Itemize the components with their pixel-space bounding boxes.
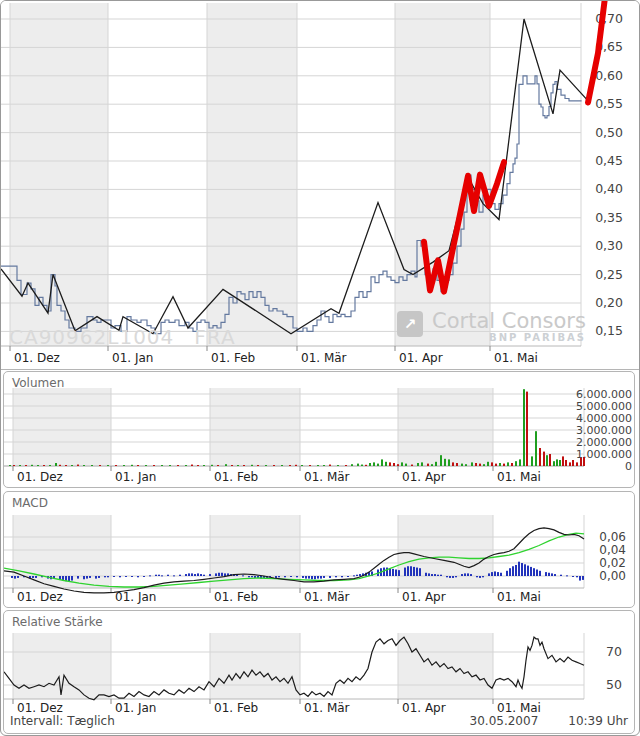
macd-histogram-bar bbox=[311, 576, 313, 579]
volume-bar bbox=[19, 465, 21, 466]
volume-bar bbox=[569, 462, 571, 466]
volume-bar bbox=[265, 465, 267, 466]
interval-label: Intervall: Tæglich bbox=[10, 714, 115, 728]
volume-bar bbox=[440, 455, 442, 466]
stock-chart-widget: 0,700,650,600,550,500,450,400,350,300,25… bbox=[0, 0, 640, 736]
x-axis-month-label: 01. Mär bbox=[301, 351, 347, 365]
y-axis-label: 0,35 bbox=[595, 210, 623, 225]
volume-bar bbox=[361, 465, 363, 466]
macd-histogram-bar bbox=[68, 576, 70, 581]
volume-bar bbox=[289, 465, 291, 466]
volume-bar bbox=[417, 463, 419, 466]
macd-histogram-bar bbox=[11, 576, 13, 578]
x-axis-month-label: 01. Mär bbox=[304, 470, 350, 484]
volume-bar bbox=[323, 465, 325, 466]
macd-histogram-bar bbox=[576, 576, 578, 577]
macd-histogram-bar bbox=[521, 563, 523, 576]
volume-bar bbox=[203, 465, 205, 466]
volume-bar bbox=[389, 462, 391, 466]
y-axis-label: 0,40 bbox=[595, 181, 623, 196]
y-axis-label: 0,30 bbox=[595, 238, 623, 253]
macd-histogram-bar bbox=[437, 575, 439, 576]
volume-bar bbox=[393, 463, 395, 466]
volume-bar bbox=[225, 464, 227, 466]
volume-bar bbox=[539, 448, 541, 466]
x-axis-month-label: 01. Mai bbox=[497, 701, 541, 715]
volume-bar bbox=[99, 465, 101, 466]
macd-histogram-bar bbox=[17, 576, 19, 578]
macd-histogram-bar bbox=[533, 568, 535, 576]
exchange-label: FRA bbox=[194, 325, 235, 349]
volume-bar bbox=[461, 464, 463, 466]
volume-bar bbox=[511, 463, 513, 466]
volume-bar bbox=[549, 454, 551, 466]
volume-bar bbox=[479, 464, 481, 466]
macd-histogram-bar bbox=[452, 576, 454, 578]
volume-bar bbox=[177, 465, 179, 466]
price-panel: 0,700,650,600,550,500,450,400,350,300,25… bbox=[1, 1, 639, 370]
macd-histogram-bar bbox=[95, 576, 97, 579]
macd-histogram-bar bbox=[119, 576, 121, 577]
x-axis-month-label: 01. Dez bbox=[17, 701, 63, 715]
x-axis-month-label: 01. Dez bbox=[17, 470, 63, 484]
macd-histogram-bar bbox=[582, 576, 584, 580]
macd-histogram-bar bbox=[431, 574, 433, 576]
x-axis-month-label: 01. Jan bbox=[115, 590, 156, 604]
volume-bar bbox=[583, 457, 585, 466]
macd-histogram-bar bbox=[455, 576, 457, 577]
timestamp: 30.05.200710:39 Uhr bbox=[470, 714, 628, 728]
macd-histogram-bar bbox=[509, 568, 511, 576]
volume-bar bbox=[329, 465, 331, 466]
volume-bar bbox=[556, 459, 558, 466]
volume-chart-canvas: 6.000.0005.000.0004.000.0003.000.0002.00… bbox=[4, 372, 634, 485]
volume-bar bbox=[55, 463, 57, 466]
x-axis-month-label: 01. Mai bbox=[497, 470, 541, 484]
macd-histogram-bar bbox=[347, 576, 349, 577]
macd-histogram-bar bbox=[194, 574, 196, 576]
volume-bar bbox=[456, 463, 458, 466]
y-axis-label: 0,50 bbox=[595, 125, 623, 140]
macd-histogram-bar bbox=[359, 574, 361, 576]
macd-histogram-bar bbox=[551, 573, 553, 576]
macd-histogram-bar bbox=[407, 566, 409, 576]
volume-bar bbox=[59, 465, 61, 466]
time-label: 10:39 Uhr bbox=[568, 714, 628, 728]
x-axis-month-label: 01. Mai bbox=[497, 590, 541, 604]
y-axis-label: 0 bbox=[625, 460, 632, 473]
volume-bar bbox=[301, 465, 303, 466]
x-axis-month-label: 01. Dez bbox=[17, 590, 63, 604]
macd-histogram-bar bbox=[536, 570, 538, 577]
macd-histogram-bar bbox=[89, 576, 91, 578]
brand-name: Cortal Consors bbox=[432, 311, 586, 331]
volume-bar bbox=[411, 465, 413, 466]
macd-histogram-bar bbox=[71, 576, 73, 581]
macd-histogram-bar bbox=[395, 570, 397, 577]
volume-bar bbox=[543, 452, 545, 466]
macd-histogram-bar bbox=[284, 576, 286, 577]
volume-bar bbox=[211, 465, 213, 466]
volume-bar bbox=[503, 464, 505, 466]
macd-histogram-bar bbox=[560, 575, 562, 576]
macd-histogram-bar bbox=[107, 576, 109, 577]
volume-bar bbox=[405, 464, 407, 466]
macd-histogram-bar bbox=[251, 576, 253, 577]
volume-bar bbox=[9, 465, 11, 466]
volume-bar bbox=[452, 462, 454, 466]
y-axis-label: 0,06 bbox=[599, 530, 626, 544]
volume-bar bbox=[217, 465, 219, 466]
macd-histogram-bar bbox=[290, 576, 292, 577]
macd-histogram-bar bbox=[86, 576, 88, 579]
macd-histogram-bar bbox=[476, 576, 478, 577]
volume-bar bbox=[515, 461, 517, 466]
isin-label: CA90962L1004 bbox=[9, 325, 174, 349]
volume-bar bbox=[131, 465, 133, 466]
macd-histogram-bar bbox=[449, 576, 451, 578]
volume-bar bbox=[77, 465, 79, 466]
volume-bar bbox=[123, 465, 125, 466]
arrows-up-right-icon: ↗ bbox=[397, 311, 423, 337]
volume-bar bbox=[243, 465, 245, 466]
macd-histogram-bar bbox=[221, 573, 223, 576]
volume-bar bbox=[25, 465, 27, 466]
month-band bbox=[210, 633, 300, 699]
volume-bar bbox=[161, 465, 163, 466]
